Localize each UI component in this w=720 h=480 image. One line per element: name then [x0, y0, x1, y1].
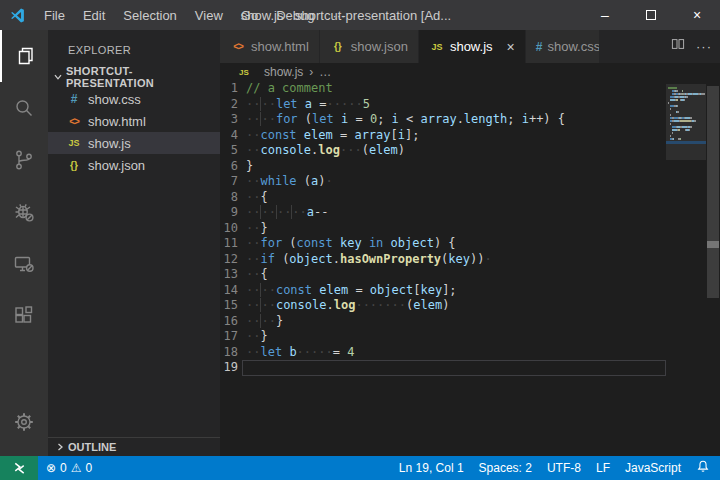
code-line-5[interactable]: 5··console.log···(elem)	[220, 143, 666, 159]
remote-indicator[interactable]	[0, 456, 38, 480]
line-number[interactable]: 5	[220, 143, 238, 159]
extensions-icon	[12, 304, 36, 328]
code-line-12[interactable]: 12··if (object.hasOwnProperty(key))·	[220, 252, 666, 268]
tab-show-html[interactable]: <> show.html	[220, 30, 320, 63]
close-icon: ×	[693, 7, 701, 23]
line-number[interactable]: 10	[220, 221, 238, 237]
code-line-8[interactable]: 8··{	[220, 190, 666, 206]
notifications-button[interactable]	[696, 459, 710, 477]
line-text: // a comment	[246, 81, 333, 97]
more-actions-button[interactable]: ···	[696, 39, 712, 54]
line-number[interactable]: 2	[220, 97, 238, 113]
file-label: show.js	[88, 136, 131, 151]
encoding[interactable]: UTF-8	[547, 461, 581, 475]
menu-edit[interactable]: Edit	[74, 0, 114, 30]
activity-explorer[interactable]	[0, 30, 48, 82]
code-line-14[interactable]: 14····const elem = object[key];	[220, 283, 666, 299]
code-line-1[interactable]: 1// a comment	[220, 81, 666, 97]
breadcrumb-file[interactable]: show.js	[264, 65, 303, 79]
code-line-9[interactable]: 9········a--	[220, 205, 666, 221]
close-button[interactable]: ×	[674, 0, 720, 30]
outline-section-header[interactable]: OUTLINE	[48, 437, 220, 456]
scrollbar-decoration	[707, 241, 719, 248]
breadcrumb-more[interactable]: …	[319, 65, 331, 79]
line-number[interactable]: 1	[220, 81, 238, 97]
code-line-10[interactable]: 10··}	[220, 221, 666, 237]
status-right: Ln 19, Col 1 Spaces: 2 UTF-8 LF JavaScri…	[399, 459, 710, 477]
code-line-13[interactable]: 13··{	[220, 267, 666, 283]
line-text: ··const elem = array[i];	[246, 128, 419, 144]
vscode-logo-icon	[9, 6, 27, 24]
window-title: show.js - shortcut-presentation [Ad...	[241, 8, 451, 23]
html-icon: <>	[230, 41, 246, 52]
tab-show-css[interactable]: # show.css	[526, 30, 600, 63]
code-line-4[interactable]: 4··const elem = array[i];	[220, 128, 666, 144]
line-number[interactable]: 17	[220, 329, 238, 345]
line-text: ····const elem = object[key];	[246, 283, 457, 299]
breadcrumb-separator-icon: ›	[309, 65, 313, 79]
tab-show-json[interactable]: {} show.json	[320, 30, 419, 63]
files-icon	[13, 44, 37, 68]
chevron-right-icon	[52, 442, 68, 452]
line-number[interactable]: 14	[220, 283, 238, 299]
folder-section-header[interactable]: SHORTCUT-PRESENTATION	[48, 66, 220, 88]
activity-search[interactable]	[0, 82, 48, 134]
line-text: ··{	[246, 190, 268, 206]
activity-extensions[interactable]	[0, 290, 48, 342]
code-line-3[interactable]: 3····for (let i = 0; i < array.length; i…	[220, 112, 666, 128]
file-row-show-json[interactable]: {} show.json	[48, 154, 220, 176]
line-text: ··if (object.hasOwnProperty(key))·	[246, 252, 492, 268]
code-line-11[interactable]: 11··for (const key in object) {	[220, 236, 666, 252]
code-line-6[interactable]: 6}	[220, 159, 666, 175]
activity-remote-explorer[interactable]	[0, 238, 48, 290]
file-row-show-js[interactable]: JS show.js	[48, 132, 220, 154]
line-number[interactable]: 8	[220, 190, 238, 206]
scrollbar-thumb[interactable]	[707, 86, 719, 298]
code-line-18[interactable]: 18··let b·····= 4	[220, 345, 666, 361]
line-number[interactable]: 13	[220, 267, 238, 283]
line-number[interactable]: 6	[220, 159, 238, 175]
line-number[interactable]: 4	[220, 128, 238, 144]
activity-source-control[interactable]	[0, 134, 48, 186]
indentation[interactable]: Spaces: 2	[479, 461, 532, 475]
code-line-7[interactable]: 7··while (a)·	[220, 174, 666, 190]
line-number[interactable]: 15	[220, 298, 238, 314]
vertical-scrollbar[interactable]	[706, 81, 720, 456]
line-number[interactable]: 9	[220, 205, 238, 221]
split-editor-button[interactable]	[670, 37, 686, 57]
language-mode[interactable]: JavaScript	[625, 461, 681, 475]
tab-show-js[interactable]: JS show.js ×	[419, 30, 526, 63]
file-row-show-html[interactable]: <> show.html	[48, 110, 220, 132]
activity-debug[interactable]	[0, 186, 48, 238]
line-number[interactable]: 7	[220, 174, 238, 190]
menu-selection[interactable]: Selection	[114, 0, 185, 30]
line-number[interactable]: 16	[220, 314, 238, 330]
line-number[interactable]: 12	[220, 252, 238, 268]
minimap[interactable]	[666, 81, 706, 376]
menu-view[interactable]: View	[186, 0, 232, 30]
remote-indicator-icon	[12, 460, 27, 476]
eol-sequence[interactable]: LF	[596, 461, 610, 475]
maximize-button[interactable]	[628, 0, 674, 30]
minimize-button[interactable]: –	[582, 0, 628, 30]
line-text: ··console.log···(elem)	[246, 143, 405, 159]
menu-file[interactable]: File	[35, 0, 74, 30]
line-number[interactable]: 19	[220, 360, 238, 376]
split-editor-icon	[670, 37, 686, 53]
line-number[interactable]: 18	[220, 345, 238, 361]
code-line-2[interactable]: 2····let a =·····5	[220, 97, 666, 113]
activity-manage[interactable]	[0, 398, 48, 446]
tab-close-icon[interactable]: ×	[507, 39, 515, 55]
code-line-15[interactable]: 15····console.log·······(elem)	[220, 298, 666, 314]
file-row-show-css[interactable]: # show.css	[48, 88, 220, 110]
cursor-position[interactable]: Ln 19, Col 1	[399, 461, 464, 475]
css-icon: #	[536, 40, 543, 54]
line-number[interactable]: 3	[220, 112, 238, 128]
file-label: show.html	[88, 114, 146, 129]
status-bar: ⊗ 0 ⚠ 0 Ln 19, Col 1 Spaces: 2 UTF-8 LF …	[0, 456, 720, 480]
code-line-16[interactable]: 16····}	[220, 314, 666, 330]
problems-indicator[interactable]: ⊗ 0 ⚠ 0	[46, 461, 92, 475]
line-number[interactable]: 11	[220, 236, 238, 252]
warning-count: 0	[86, 461, 93, 475]
code-line-17[interactable]: 17··}	[220, 329, 666, 345]
